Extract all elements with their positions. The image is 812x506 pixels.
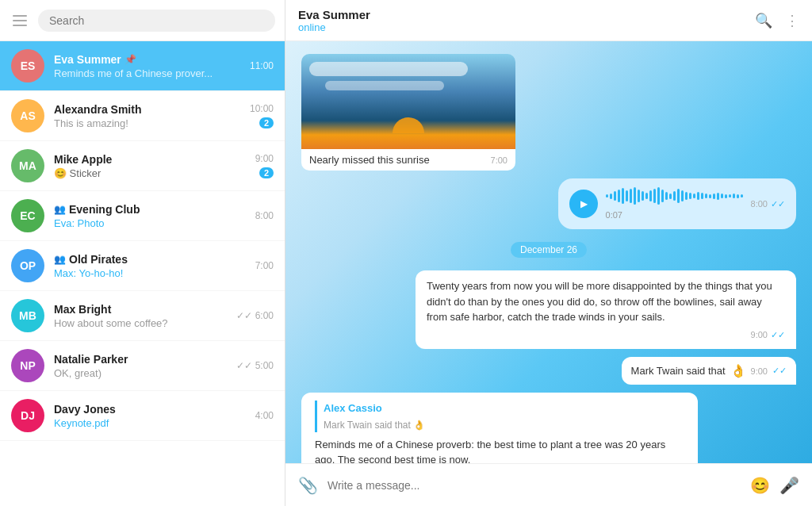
mark-twain-row: Mark Twain said that 👌 9:00 ✓✓ (301, 357, 796, 385)
contact-name-ec: 👥 Evening Club (54, 203, 246, 216)
waveform-bar (705, 194, 707, 198)
contact-time-op: 7:00 (255, 260, 274, 271)
reply-message: Alex Cassio Mark Twain said that 👌 Remin… (301, 393, 698, 463)
contact-info-np: Natalie ParkerOK, great) (54, 353, 227, 379)
contact-preview-np: OK, great) (54, 367, 227, 379)
contact-preview-dj: Keynote.pdf (54, 417, 246, 429)
date-divider: December 26 (301, 242, 796, 258)
date-label: December 26 (511, 242, 587, 258)
contact-meta-np: ✓✓ 5:00 (236, 360, 274, 371)
waveform-bar (626, 190, 628, 201)
chat-header: Eva Summer online 🔍 ⋮ (285, 0, 812, 41)
waveform-bar (725, 194, 727, 198)
contact-time-es: 11:00 (250, 60, 274, 71)
waveform-bar (618, 190, 620, 202)
contact-item-es[interactable]: ESEva Summer📌Reminds me of a Chinese pro… (0, 41, 285, 91)
hamburger-icon[interactable] (10, 12, 30, 29)
contact-time-mb: ✓✓ 6:00 (236, 310, 274, 321)
contact-time-ec: 8:00 (255, 210, 274, 221)
badge-as: 2 (259, 117, 274, 128)
sidebar: ESEva Summer📌Reminds me of a Chinese pro… (0, 0, 285, 506)
emoji-icon[interactable]: 😊 (750, 476, 770, 495)
contact-meta-mb: ✓✓ 6:00 (236, 310, 274, 321)
reply-quote-text: Mark Twain said that 👌 (324, 418, 687, 432)
contact-item-as[interactable]: ASAlexandra SmithThis is amazing!10:002 (0, 91, 285, 141)
chat-name: Eva Summer (298, 8, 755, 21)
chat-input-area: 📎 😊 🎤 (285, 463, 812, 506)
contact-item-op[interactable]: OP👥 Old PiratesMax: Yo-ho-ho!7:00 (0, 241, 285, 291)
group-icon: 👥 (54, 254, 66, 265)
contact-time-dj: 4:00 (255, 410, 274, 421)
quote-footer: 9:00 ✓✓ (427, 328, 785, 342)
waveform-bar (713, 194, 715, 199)
reply-quote: Alex Cassio Mark Twain said that 👌 (315, 401, 687, 432)
contact-time-ma: 9:00 (255, 153, 274, 164)
image-caption: Nearly missed this sunrise 7:00 (301, 149, 515, 171)
contact-name-as: Alexandra Smith (54, 103, 240, 116)
contact-item-mb[interactable]: MBMax BrightHow about some coffee?✓✓ 6:0… (0, 291, 285, 341)
contact-name-dj: Davy Jones (54, 403, 246, 416)
contact-info-op: 👥 Old PiratesMax: Yo-ho-ho! (54, 253, 246, 279)
avatar-ma: MA (11, 149, 44, 182)
sidebar-header (0, 0, 285, 41)
waveform-bar (737, 194, 739, 198)
message-input[interactable] (327, 479, 741, 492)
contact-preview-op: Max: Yo-ho-ho! (54, 267, 246, 279)
reply-author: Alex Cassio (324, 401, 687, 416)
image-caption-text: Nearly missed this sunrise (309, 154, 430, 166)
waveform-bar (693, 194, 695, 198)
waveform-bar (689, 193, 691, 199)
waveform-bar (606, 194, 608, 197)
waveform-bar (677, 189, 680, 203)
mic-icon[interactable]: 🎤 (779, 476, 799, 495)
waveform-bar (681, 190, 684, 201)
waveform-bar (733, 194, 735, 198)
contact-preview-mb: How about some coffee? (54, 317, 227, 329)
chat-title: Eva Summer online (298, 8, 755, 33)
quote-time: 9:00 (751, 328, 768, 342)
messages-area: Nearly missed this sunrise 7:00 0:07 8:0… (285, 41, 812, 463)
contact-item-ec[interactable]: EC👥 Evening ClubEva: Photo8:00 (0, 191, 285, 241)
sunrise-image (301, 54, 515, 149)
contact-meta-ma: 9:002 (255, 153, 274, 178)
voice-duration: 0:07 (606, 210, 622, 220)
waveform-bar (685, 192, 688, 200)
contact-item-ma[interactable]: MAMike Apple😊 Sticker9:002 (0, 141, 285, 191)
contact-name-es: Eva Summer📌 (54, 53, 240, 66)
waveform-bar (657, 187, 660, 205)
contact-info-ma: Mike Apple😊 Sticker (54, 153, 246, 179)
avatar-np: NP (11, 349, 44, 382)
contact-preview-ec: Eva: Photo (54, 217, 246, 229)
chat-area: Eva Summer online 🔍 ⋮ Nearly missed this… (285, 0, 812, 506)
search-input[interactable] (38, 10, 275, 32)
contact-info-ec: 👥 Evening ClubEva: Photo (54, 203, 246, 229)
contact-item-np[interactable]: NPNatalie ParkerOK, great)✓✓ 5:00 (0, 341, 285, 391)
waveform-bar (653, 189, 656, 203)
waveform-bar (645, 193, 648, 199)
waveform-bar (669, 194, 672, 199)
waveform-bar (630, 189, 632, 203)
contact-name-ma: Mike Apple (54, 153, 246, 166)
waveform-bar (622, 188, 624, 204)
contact-item-dj[interactable]: DJDavy JonesKeynote.pdf4:00 (0, 391, 285, 441)
waveform-bar (673, 191, 676, 201)
mark-twain-tick: ✓✓ (772, 366, 787, 376)
mark-twain-message: Mark Twain said that 👌 9:00 ✓✓ (622, 357, 796, 385)
contact-name-op: 👥 Old Pirates (54, 253, 246, 266)
more-icon[interactable]: ⋮ (785, 12, 799, 29)
play-button[interactable] (569, 190, 598, 218)
waveform-bar (638, 190, 640, 202)
waveform-bar (709, 194, 711, 198)
avatar-as: AS (11, 99, 44, 132)
attach-icon[interactable]: 📎 (298, 476, 318, 495)
contact-meta-ec: 8:00 (255, 210, 274, 221)
waveform-bar (610, 194, 612, 199)
voice-time: 8:00 (751, 199, 768, 209)
pin-icon-es: 📌 (124, 54, 136, 65)
contact-time-np: ✓✓ 5:00 (236, 360, 274, 371)
hand-emoji: 👌 (730, 363, 746, 378)
contact-list: ESEva Summer📌Reminds me of a Chinese pro… (0, 41, 285, 506)
contact-meta-op: 7:00 (255, 260, 274, 271)
search-icon[interactable]: 🔍 (755, 12, 772, 29)
avatar-ec: EC (11, 199, 44, 232)
